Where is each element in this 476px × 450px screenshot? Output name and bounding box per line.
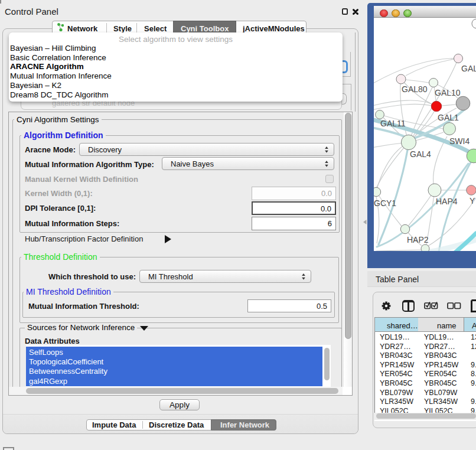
svg-text:GAL10: GAL10 — [435, 88, 461, 97]
svg-text:GAL1: GAL1 — [438, 113, 459, 122]
svg-text:GAL80: GAL80 — [402, 84, 428, 94]
svg-text:HAP2: HAP2 — [407, 235, 429, 244]
svg-text:Y: Y — [470, 196, 475, 206]
svg-text:HAP4: HAP4 — [436, 197, 458, 206]
svg-text:GCY1: GCY1 — [374, 198, 396, 208]
svg-text:GAL4: GAL4 — [410, 149, 431, 159]
svg-text:SWI4: SWI4 — [449, 136, 470, 146]
svg-text:GAL7: GAL7 — [461, 64, 476, 73]
svg-text:GAL11: GAL11 — [380, 119, 406, 128]
